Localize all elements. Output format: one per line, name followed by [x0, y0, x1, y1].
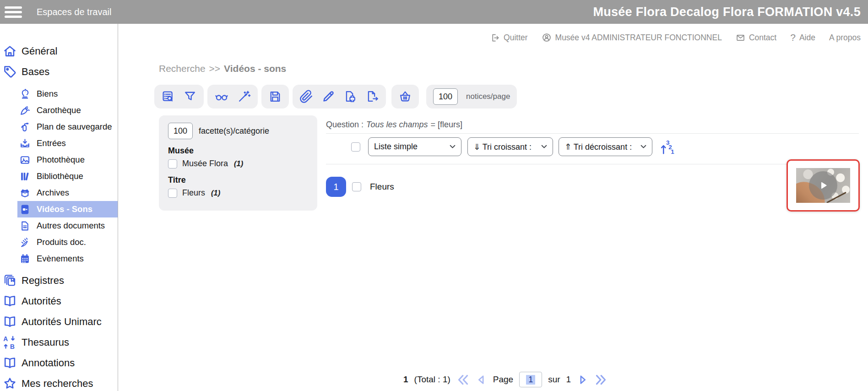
chevron-down-icon	[640, 145, 646, 149]
page-number-input[interactable]: 1	[519, 372, 542, 387]
video-file-icon	[19, 204, 31, 215]
result-checkbox[interactable]	[352, 182, 361, 191]
sidebar-item-biens[interactable]: Biens	[17, 86, 118, 102]
pencil-icon[interactable]	[321, 90, 335, 103]
sidebar-item-bibliotheque[interactable]: Bibliothèque	[17, 168, 118, 185]
calendar-icon	[19, 253, 31, 265]
sidebar-item-annotations[interactable]: Annotations	[0, 353, 118, 373]
list-mode-select[interactable]: Liste simple	[368, 137, 461, 156]
double-chevron-right-icon[interactable]	[594, 373, 608, 386]
help-link[interactable]: ? Aide	[790, 32, 815, 43]
chevron-down-icon	[541, 145, 547, 149]
sidebar-item-label: Registres	[22, 275, 64, 287]
sidebar-item-videos-sons[interactable]: Vidéos - Sons	[17, 201, 118, 217]
sidebar-item-registres[interactable]: Registres	[0, 270, 118, 291]
sidebar-item-phototheque[interactable]: Photothèque	[17, 152, 118, 168]
books-icon	[19, 171, 31, 182]
wand-icon[interactable]	[237, 90, 251, 103]
sidebar-item-autorites-unimarc[interactable]: Autorités Unimarc	[0, 311, 118, 332]
sort-numeric-icon[interactable]: 321	[659, 139, 675, 155]
mail-icon	[736, 33, 745, 43]
quit-link[interactable]: Quitter	[490, 33, 528, 43]
breadcrumb-section[interactable]: Recherche	[159, 63, 206, 74]
save-icon[interactable]	[268, 90, 282, 103]
quill-icon	[19, 237, 31, 248]
facet-group-title-titre: Titre	[168, 175, 308, 185]
file-print-icon[interactable]	[343, 90, 357, 103]
toolbar-group-search	[154, 85, 204, 109]
facets-panel: 100 facette(s)/catégorie Musée Musée Flo…	[159, 115, 317, 211]
select-all-checkbox[interactable]	[351, 142, 360, 152]
glasses-icon[interactable]	[214, 90, 229, 103]
list-search-icon[interactable]	[161, 90, 175, 103]
user-menu[interactable]: Musée v4 ADMINISTRATEUR FONCTIONNEL	[542, 33, 722, 43]
open-book-icon	[3, 315, 17, 329]
carrot-icon	[19, 105, 31, 116]
sort-asc-select[interactable]: ⇓ Tri croissant :	[467, 137, 553, 156]
pagination-total: (Total : 1)	[414, 375, 450, 385]
sidebar-item-evenements[interactable]: Evènements	[17, 250, 118, 267]
basket-icon[interactable]	[398, 90, 412, 103]
facet-musee-flora-checkbox[interactable]	[168, 159, 177, 168]
facet-option-count: (1)	[211, 189, 220, 197]
user-name: Musée v4 ADMINISTRATEUR FONCTIONNEL	[555, 33, 722, 43]
about-label: A propos	[829, 33, 861, 43]
contact-label: Contact	[749, 33, 776, 43]
sidebar-item-label: Autorités	[22, 295, 61, 307]
sidebar-item-produits-doc[interactable]: Produits doc.	[17, 234, 118, 250]
sidebar-item-label: Général	[22, 45, 57, 57]
sidebar-item-mes-recherches[interactable]: Mes recherches	[0, 373, 118, 391]
triangle-left-icon[interactable]	[476, 374, 487, 386]
about-link[interactable]: A propos	[829, 33, 861, 43]
sidebar-item-label: Plan de sauvegarde	[37, 122, 112, 132]
sidebar-item-carotheque[interactable]: Carothèque	[17, 102, 118, 119]
sidebar-item-plan-de-sauvegarde[interactable]: Plan de sauvegarde	[17, 119, 118, 135]
sidebar-item-bases[interactable]: Bases	[0, 61, 118, 82]
breadcrumb-separator: >>	[209, 63, 221, 74]
play-button[interactable]	[809, 171, 837, 200]
quit-label: Quitter	[504, 33, 528, 43]
sort-desc-value: ⇑ Tri décroissant :	[564, 142, 632, 152]
result-title[interactable]: Fleurs	[370, 182, 394, 192]
paperclip-icon[interactable]	[299, 90, 313, 103]
toolbar-group-edit	[293, 85, 386, 109]
sidebar-item-autres-documents[interactable]: Autres documents	[17, 217, 118, 234]
play-icon	[817, 179, 829, 191]
inbox-download-icon	[19, 138, 31, 149]
open-book-icon	[3, 294, 17, 308]
question-value: = [fleurs]	[430, 120, 462, 130]
sidebar-item-label: Autorités Unimarc	[22, 316, 102, 328]
hamburger-icon[interactable]	[5, 4, 22, 20]
facet-fleurs-checkbox[interactable]	[168, 189, 177, 198]
main-content: Quitter Musée v4 ADMINISTRATEUR FONCTION…	[119, 24, 868, 391]
breadcrumb-current: Vidéos - sons	[224, 63, 286, 74]
video-thumbnail[interactable]	[796, 168, 850, 203]
svg-text:B: B	[10, 343, 15, 349]
file-export-icon[interactable]	[365, 90, 379, 103]
star-icon	[3, 376, 17, 391]
video-thumbnail-card[interactable]	[787, 159, 860, 212]
contact-link[interactable]: Contact	[736, 33, 776, 43]
user-icon	[542, 33, 552, 43]
sidebar-item-autorites[interactable]: Autorités	[0, 291, 118, 311]
svg-text:A: A	[3, 336, 8, 342]
sidebar-item-entrees[interactable]: Entrées	[17, 135, 118, 152]
exit-icon	[490, 33, 500, 43]
app-title: Musée Flora Decalog Flora FORMATION v4.5	[593, 5, 861, 19]
sidebar-item-thesaurus[interactable]: AB Thesaurus	[0, 332, 118, 353]
result-number-badge[interactable]: 1	[326, 177, 346, 197]
facet-count-label: facette(s)/catégorie	[199, 126, 269, 136]
sidebar-item-archives[interactable]: Archives	[17, 185, 118, 201]
sidebar-item-label: Produits doc.	[37, 237, 86, 247]
filter-icon[interactable]	[183, 90, 197, 103]
sort-desc-select[interactable]: ⇑ Tri décroissant :	[559, 137, 652, 156]
document-icon	[19, 220, 31, 232]
double-chevron-left-icon[interactable]	[456, 373, 470, 386]
facet-count-input[interactable]: 100	[168, 123, 193, 139]
triangle-right-icon[interactable]	[577, 374, 588, 386]
sidebar-item-general[interactable]: Général	[0, 41, 118, 61]
question-field: Tous les champs	[366, 120, 428, 130]
per-page-input[interactable]: 100	[433, 88, 458, 105]
pagination-of-label: sur	[548, 375, 560, 385]
sort-bar: Liste simple ⇓ Tri croissant : ⇑ Tri déc…	[326, 137, 675, 156]
